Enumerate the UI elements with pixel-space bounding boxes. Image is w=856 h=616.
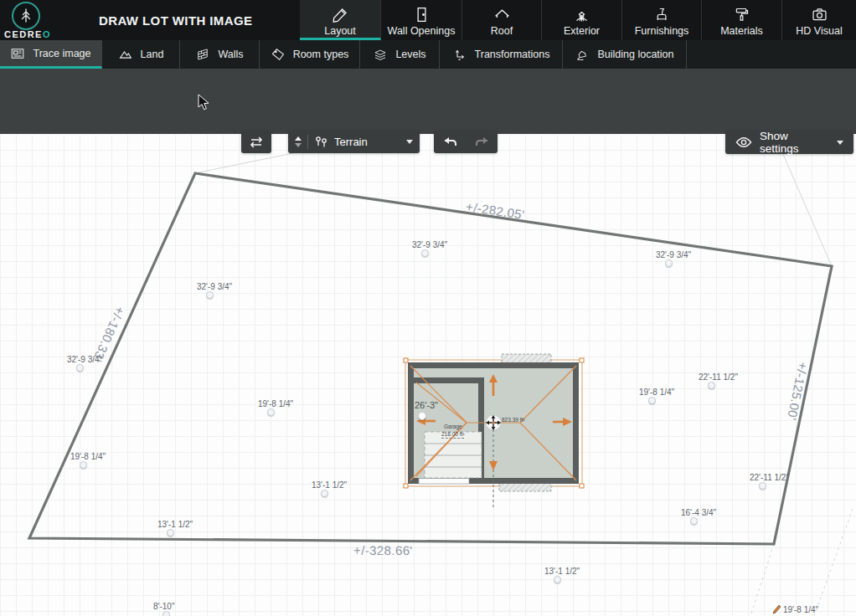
- dimension-label: 19'-8 1/4": [70, 452, 106, 461]
- porch-bottom: [499, 483, 551, 491]
- dimension-label: 16'-4 3/4": [681, 508, 716, 517]
- garage-stairs: [425, 432, 482, 478]
- trace-image-icon: [10, 46, 25, 61]
- main-step-tabs: Layout Wall Openings Roof Exterior Furni…: [300, 0, 856, 40]
- building-location-icon: [575, 47, 590, 62]
- level-spinner[interactable]: [295, 136, 302, 147]
- house-width-label: 26'-3": [415, 400, 438, 410]
- tag-icon: [271, 47, 286, 62]
- cedreo-logo-text: CEDREO: [0, 29, 55, 39]
- tab-materials[interactable]: Materials: [702, 0, 782, 40]
- tool-options-panel: [0, 69, 856, 134]
- cedreo-logo[interactable]: CEDREO: [0, 0, 87, 40]
- mountain-icon: [118, 47, 133, 62]
- paint-roller-icon: [733, 6, 750, 23]
- project-title: DRAW LOT WITH IMAGE: [99, 13, 252, 28]
- brick-wall-icon: [195, 47, 210, 62]
- spinner-up-icon[interactable]: [295, 136, 302, 141]
- lot-edge-label-bottom: +/-328.66': [353, 543, 413, 557]
- cursor-dimension-label: 19'-8 1/4": [772, 604, 818, 614]
- selection-handle-tr[interactable]: [580, 358, 584, 362]
- subtab-levels[interactable]: Levels: [360, 40, 440, 69]
- show-settings-label: Show settings: [760, 130, 829, 155]
- subtab-room-types[interactable]: Room types: [260, 40, 360, 69]
- swap-arrows-icon: [249, 136, 264, 149]
- subtab-transformations[interactable]: Transformations: [440, 40, 563, 69]
- garage-area-label: 218.00 ft²: [441, 431, 464, 439]
- dimension-label: 13'-1 1/2": [312, 480, 347, 490]
- selection-handle-br[interactable]: [580, 484, 584, 488]
- selection-handle-bl[interactable]: [404, 484, 408, 488]
- dimension-label: 32'-9 3/4": [197, 282, 232, 291]
- subtab-land[interactable]: Land: [102, 40, 180, 69]
- level-selected-value: Terrain: [334, 136, 400, 148]
- transform-icon: [452, 47, 467, 62]
- undo-button[interactable]: [442, 136, 458, 148]
- roof-icon: [493, 6, 511, 23]
- dimension-label: 32'-9 3/4": [67, 355, 102, 364]
- divider: [307, 135, 308, 149]
- porch-top: [502, 354, 551, 363]
- dimension-label: 19'-8 1/4": [639, 388, 674, 397]
- app-window: CEDREO DRAW LOT WITH IMAGE Layout Wall O…: [0, 0, 856, 616]
- subtab-building-location[interactable]: Building location: [563, 40, 687, 69]
- replace-image-button[interactable]: [241, 131, 271, 153]
- tab-roof[interactable]: Roof: [462, 0, 542, 40]
- drawing-canvas[interactable]: +/-282.05' +/-180.33' +/-125.00' +/-328.…: [0, 134, 856, 616]
- layout-sub-tabs: Trace image Land Walls Room types Levels…: [0, 40, 856, 69]
- camera-icon: [811, 6, 828, 23]
- top-bar: CEDREO DRAW LOT WITH IMAGE Layout Wall O…: [0, 0, 856, 40]
- undo-redo-group: [434, 131, 498, 153]
- chevron-down-icon: [837, 141, 843, 145]
- pencil-icon: [772, 604, 781, 614]
- level-selector-dropdown[interactable]: Terrain: [288, 131, 420, 153]
- dimension-label: 13'-1 1/2": [544, 567, 580, 576]
- show-settings-button[interactable]: Show settings: [725, 131, 853, 154]
- dimension-label: 32'-9 3/4": [412, 240, 447, 249]
- dimension-label: 13'-1 1/2": [157, 520, 193, 529]
- lot-boundary[interactable]: [29, 173, 832, 544]
- tab-hd-visual[interactable]: HD Visual: [782, 0, 856, 40]
- dimension-label: 22'-11 1/2": [699, 372, 738, 382]
- tab-wall-openings[interactable]: Wall Openings: [381, 0, 462, 40]
- furnishings-icon: [653, 6, 671, 23]
- layers-icon: [373, 47, 388, 62]
- house-total-area-label: 823.39 ft²: [502, 417, 524, 423]
- dimension-label: 22'-11 1/2": [750, 473, 789, 482]
- selection-handle-tl[interactable]: [404, 358, 408, 362]
- dimension-label: 8'-10": [153, 602, 174, 611]
- dimension-label: 32'-9 3/4": [656, 250, 691, 259]
- tab-furnishings[interactable]: Furnishings: [622, 0, 702, 40]
- mouse-cursor: [198, 94, 211, 116]
- dimension-label: 19'-8 1/4": [258, 399, 293, 408]
- garage-door-opening: [419, 479, 469, 485]
- tab-layout[interactable]: Layout: [300, 0, 381, 40]
- subtab-walls[interactable]: Walls: [180, 40, 260, 69]
- garage-room-label: Garage: [444, 424, 462, 429]
- subtab-trace-image[interactable]: Trace image: [0, 40, 102, 69]
- exterior-icon: [573, 6, 590, 23]
- redo-button[interactable]: [474, 136, 490, 148]
- tab-exterior[interactable]: Exterior: [542, 0, 622, 40]
- door-icon: [413, 6, 431, 23]
- eye-icon: [735, 136, 752, 148]
- cedreo-logo-icon: [12, 2, 40, 30]
- spinner-down-icon[interactable]: [295, 143, 302, 147]
- pencil-icon: [332, 6, 349, 23]
- house-plan[interactable]: [404, 354, 584, 507]
- chevron-down-icon: [406, 140, 413, 144]
- terrain-icon: [314, 136, 328, 148]
